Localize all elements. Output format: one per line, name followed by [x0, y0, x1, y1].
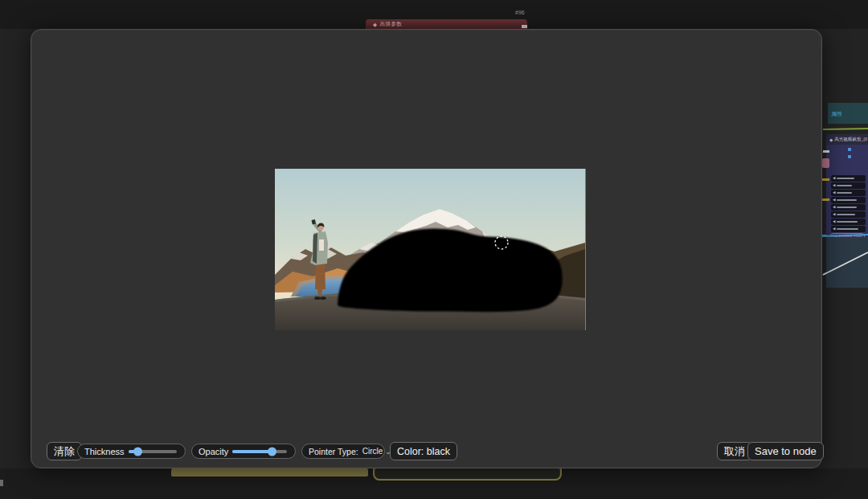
node-widget-row[interactable]: ◀ [831, 175, 866, 182]
pointer-type-group: Pointer Type: Circle ⌄ [301, 444, 385, 459]
widget-left-arrow-icon[interactable]: ◀ [833, 220, 835, 224]
widget-left-arrow-icon[interactable]: ◀ [833, 227, 835, 231]
node-widget-row[interactable]: ◀ [831, 211, 866, 218]
color-button[interactable]: Color: black [390, 442, 457, 460]
thickness-slider-thumb[interactable] [133, 447, 142, 456]
opacity-slider-thumb[interactable] [268, 447, 276, 456]
save-to-node-button[interactable]: Save to node [747, 442, 824, 460]
pointer-type-select[interactable]: Circle [362, 447, 383, 456]
diamond-icon: ◆ [829, 137, 833, 142]
wire-stub-white [823, 150, 829, 153]
node-widget-bar [171, 468, 368, 477]
widget-left-arrow-icon[interactable]: ◀ [833, 206, 835, 210]
opacity-slider-group: Opacity [191, 444, 296, 459]
canvas-artifact [0, 480, 3, 486]
thickness-label: Thickness [84, 447, 125, 456]
mask-canvas[interactable] [275, 169, 586, 330]
thickness-slider-group: Thickness [77, 444, 186, 459]
right-node-title: ◆ 高光视频裁剪_(0 [826, 134, 868, 145]
widget-left-arrow-icon[interactable]: ◀ [833, 184, 835, 188]
input-slot-icon[interactable] [848, 148, 851, 151]
node-widget-row[interactable]: ◀ [831, 204, 866, 211]
widget-left-arrow-icon[interactable]: ◀ [833, 191, 835, 195]
node-widget-row[interactable]: ◀ [831, 226, 866, 232]
top-node-title: 高级参数 [380, 21, 403, 28]
input-slot-icon[interactable] [848, 155, 851, 158]
node-widget-row[interactable]: ◀ [831, 219, 866, 225]
node-id-badge: #96 [515, 10, 525, 15]
widget-left-arrow-icon[interactable]: ◀ [833, 177, 835, 181]
top-node-chip [522, 25, 527, 28]
diamond-icon: ◆ [373, 22, 378, 28]
right-node-widgets: ◀ ◀ ◀ ◀ ◀ ◀ ◀ ◀ background_color [826, 175, 868, 239]
graph-wires-lower [817, 233, 868, 297]
opacity-slider[interactable] [232, 444, 289, 458]
pointer-type-label: Pointer Type: [309, 447, 358, 456]
widget-left-arrow-icon[interactable]: ◀ [833, 198, 835, 202]
thickness-slider[interactable] [129, 444, 178, 458]
canvas-image [275, 169, 585, 330]
node-widget-row[interactable]: ◀ [831, 182, 866, 189]
slot-stub-pink [822, 158, 829, 168]
node-widget-row[interactable]: ◀ [831, 190, 866, 196]
opacity-label: Opacity [199, 447, 228, 456]
node-widget-row[interactable]: ◀ [831, 197, 866, 203]
mask-editor-dialog: 清除 Thickness Opacity Pointer Type: Circl… [31, 29, 822, 468]
comfyui-screen: ◆ 高级参数 #96 属性 ◆ 高光视频裁剪_(0 ◀ ◀ ◀ ◀ ◀ ◀ ◀ … [0, 0, 868, 499]
widget-left-arrow-icon[interactable]: ◀ [833, 213, 835, 217]
graph-node-right[interactable]: ◆ 高光视频裁剪_(0 ◀ ◀ ◀ ◀ ◀ ◀ ◀ ◀ background_c… [826, 134, 868, 239]
